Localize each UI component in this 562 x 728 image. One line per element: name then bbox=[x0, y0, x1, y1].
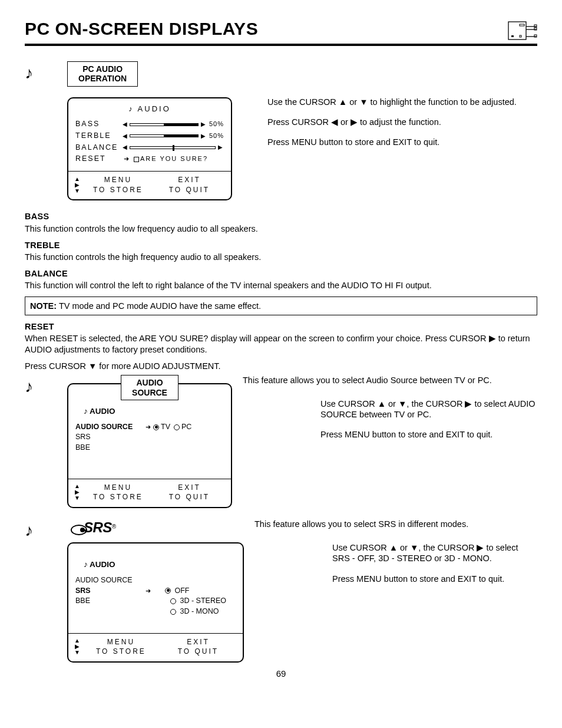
nav-arrows-icon: ▲▶▼ bbox=[74, 638, 80, 655]
opt-3d-mono: 3D - MONO bbox=[180, 607, 219, 615]
header-rule bbox=[25, 44, 537, 46]
osd2-instr-2: Press MENU button to store and EXIT to q… bbox=[320, 429, 537, 440]
music-note-icon: ♪ bbox=[25, 377, 33, 396]
opt-off: OFF bbox=[174, 587, 189, 595]
osd1-title-box: PC AUDIO OPERATION bbox=[67, 61, 138, 87]
osd3-instr-2: Press MENU button to store and EXIT to q… bbox=[332, 574, 537, 584]
osd2-instr-1: Use CURSOR ▲ or ▼, the CURSOR ▶ to selec… bbox=[320, 398, 537, 420]
to-store-label: TO STORE bbox=[93, 186, 143, 194]
instr-3: Press MENU button to store and EXIT to q… bbox=[267, 137, 537, 147]
instr-1: Use the CURSOR ▲ or ▼ to highlight the f… bbox=[267, 97, 537, 107]
opt-3d-stereo: 3D - STEREO bbox=[180, 597, 226, 605]
opt-pc: PC bbox=[181, 423, 191, 432]
reset-text: When RESET is selected, the ARE YOU SURE… bbox=[25, 333, 537, 354]
osd3-srs: SRS bbox=[75, 587, 143, 596]
page-header: PC ON-SCREEN DISPLAYS bbox=[25, 18, 537, 40]
osd3-audio-source: AUDIO SOURCE bbox=[75, 576, 143, 585]
bass-text: This function controls the low frequency… bbox=[25, 223, 537, 234]
page-number: 69 bbox=[25, 668, 537, 680]
osd1-row-treble: TERBLE bbox=[75, 131, 121, 141]
osd3-head: ♪ AUDIO bbox=[84, 560, 236, 570]
svg-rect-1 bbox=[520, 24, 524, 26]
osd1-head: ♪ AUDIO bbox=[75, 104, 224, 114]
instr-2: Press CURSOR ◀ or ▶ to adjust the functi… bbox=[267, 117, 537, 127]
more-text: Press CURSOR ▼ for more AUDIO ADJUSTMENT… bbox=[25, 361, 537, 371]
osd2-audio-source: AUDIO SOURCE bbox=[75, 423, 143, 432]
reset-heading: RESET bbox=[25, 321, 537, 332]
svg-rect-3 bbox=[511, 35, 514, 37]
osd2-bbe: BBE bbox=[75, 443, 143, 453]
note-label: NOTE: bbox=[30, 301, 57, 311]
nav-arrows-icon: ▲▶▼ bbox=[74, 176, 80, 194]
bass-heading: BASS bbox=[25, 211, 537, 222]
osd2-srs: SRS bbox=[75, 433, 143, 442]
treble-slider: ◀▶50% bbox=[121, 132, 224, 140]
reset-prompt: ARE YOU SURE? bbox=[121, 155, 208, 163]
osd3-intro: This feature allows you to select SRS in… bbox=[254, 519, 537, 529]
exit-label: EXIT bbox=[178, 176, 201, 184]
osd1-panel: ♪ AUDIO BASS ◀▶50% TERBLE ◀▶50% BALANCE … bbox=[67, 97, 232, 200]
nav-arrows-icon: ▲▶▼ bbox=[74, 483, 80, 501]
osd2-panel: ♪ AUDIO AUDIO SOURCE TV PC SRS BBE ▲▶▼ M… bbox=[67, 383, 232, 508]
balance-text: This function will control the left to r… bbox=[25, 280, 537, 291]
tv-schematic-icon bbox=[508, 21, 537, 40]
page-title: PC ON-SCREEN DISPLAYS bbox=[25, 18, 258, 40]
opt-tv: TV bbox=[161, 423, 170, 432]
osd1-title-l1: PC AUDIO bbox=[82, 64, 123, 74]
svg-rect-2 bbox=[520, 35, 521, 37]
osd2-intro: This feature allows you to select Audio … bbox=[243, 375, 537, 386]
osd1-row-bass: BASS bbox=[75, 120, 121, 129]
treble-text: This function controls the high frequenc… bbox=[25, 252, 537, 262]
music-note-icon: ♪ bbox=[25, 521, 33, 539]
treble-heading: TREBLE bbox=[25, 240, 537, 251]
osd2-head: ♪ AUDIO bbox=[84, 407, 224, 417]
note-text: TV mode and PC mode AUDIO have the same … bbox=[57, 301, 261, 311]
osd1-row-reset: RESET bbox=[75, 154, 121, 164]
to-quit-label: TO QUIT bbox=[169, 186, 210, 194]
osd3-panel: ♪ AUDIO AUDIO SOURCE SRS OFF BBE 3D - ST… bbox=[67, 542, 244, 663]
osd2-title-box: AUDIOSOURCE bbox=[121, 375, 178, 401]
bass-slider: ◀▶50% bbox=[121, 120, 224, 129]
osd1-row-balance: BALANCE bbox=[75, 143, 121, 153]
balance-heading: BALANCE bbox=[25, 268, 537, 279]
osd3-instr-1: Use CURSOR ▲ or ▼, the CURSOR ▶ to selec… bbox=[332, 542, 537, 564]
srs-logo: SRS® bbox=[67, 519, 244, 536]
music-note-icon: ♪ bbox=[25, 64, 33, 82]
balance-slider: ◀▶ bbox=[121, 144, 224, 151]
osd1-instructions: Use the CURSOR ▲ or ▼ to highlight the f… bbox=[232, 61, 537, 157]
osd3-bbe: BBE bbox=[75, 597, 143, 606]
osd1-title-l2: OPERATION bbox=[78, 74, 127, 83]
note-box: NOTE: TV mode and PC mode AUDIO have the… bbox=[25, 297, 537, 315]
menu-label: MENU bbox=[104, 176, 132, 184]
